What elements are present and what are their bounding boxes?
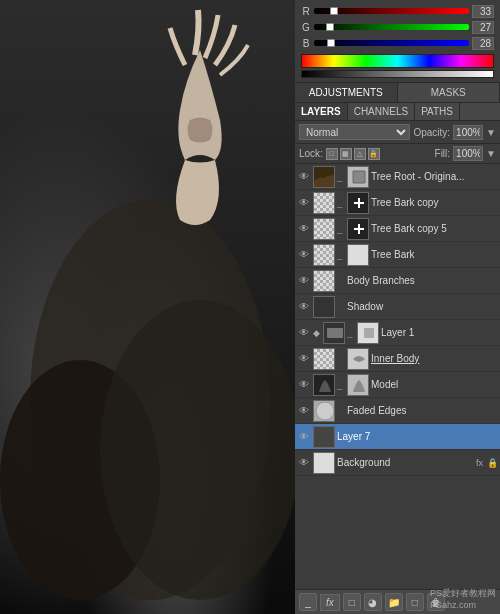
layer-mask-tree-bark-copy5 xyxy=(347,218,369,240)
new-layer-button[interactable]: □ xyxy=(406,593,424,611)
add-mask-button[interactable]: □ xyxy=(343,593,361,611)
r-value-input[interactable] xyxy=(472,5,494,18)
visibility-icon-model[interactable]: 👁 xyxy=(297,378,311,392)
g-value-input[interactable] xyxy=(472,21,494,34)
svg-rect-4 xyxy=(348,244,368,266)
g-slider-track[interactable] xyxy=(314,24,469,30)
layer-item-inner-body[interactable]: 👁 Inner Body xyxy=(295,346,500,372)
layer-item-tree-root[interactable]: 👁 ⎯ Tree Root - Origina... xyxy=(295,164,500,190)
layer-name-shadow: Shadow xyxy=(347,301,498,312)
fill-arrow[interactable]: ▼ xyxy=(486,148,496,159)
layer-thumb-tree-bark-copy xyxy=(313,192,335,214)
lock-indicator-background: 🔒 xyxy=(487,458,498,468)
visibility-icon-layer1[interactable]: 👁 xyxy=(297,326,311,340)
canvas-area xyxy=(0,0,295,614)
b-slider-track[interactable] xyxy=(314,40,469,46)
layer-thumb-shadow xyxy=(313,296,335,318)
layer-thumb-tree-bark xyxy=(313,244,335,266)
layer-thumb-inner-body xyxy=(313,348,335,370)
layer-name-tree-bark-copy5: Tree Bark copy 5 xyxy=(371,223,498,234)
blend-mode-select[interactable]: Normal Multiply Screen Overlay xyxy=(299,124,410,140)
visibility-icon-shadow[interactable]: 👁 xyxy=(297,300,311,314)
layer-item-faded-edges[interactable]: 👁 Faded Edges xyxy=(295,398,500,424)
r-label: R xyxy=(301,6,311,17)
layer-item-layer7[interactable]: 👁 Layer 7 xyxy=(295,424,500,450)
color-panel: R G B xyxy=(295,0,500,83)
g-slider-row: G xyxy=(301,20,494,34)
link-layers-button[interactable]: ⎯ xyxy=(299,593,317,611)
chain-icon-tree-bark-copy5: ⎯ xyxy=(337,224,345,234)
chain-icon-tree-bark: ⎯ xyxy=(337,250,345,260)
layer-thumb-model xyxy=(313,374,335,396)
svg-rect-15 xyxy=(314,452,334,474)
chain-icon-tree-root: ⎯ xyxy=(337,172,345,182)
channels-tab[interactable]: CHANNELS xyxy=(348,103,415,120)
new-group-button[interactable]: 📁 xyxy=(385,593,403,611)
layer-thumb-layer1 xyxy=(323,322,345,344)
fill-input[interactable] xyxy=(453,146,483,161)
layer-item-background[interactable]: 👁 Background fx 🔒 xyxy=(295,450,500,476)
layer-name-layer1: Layer 1 xyxy=(381,327,498,338)
opacity-arrow[interactable]: ▼ xyxy=(486,127,496,138)
b-value-input[interactable] xyxy=(472,37,494,50)
add-fx-button[interactable]: fx xyxy=(320,594,340,611)
svg-point-2 xyxy=(100,300,295,600)
layer-item-shadow[interactable]: 👁 Shadow xyxy=(295,294,500,320)
layer-name-faded-edges: Faded Edges xyxy=(347,405,498,416)
b-slider-row: B xyxy=(301,36,494,50)
visibility-icon-inner-body[interactable]: 👁 xyxy=(297,352,311,366)
r-slider-track[interactable] xyxy=(314,8,469,14)
lock-label: Lock: xyxy=(299,148,323,159)
layer-item-tree-bark-copy5[interactable]: 👁 ⎯ Tree Bark copy 5 xyxy=(295,216,500,242)
layer-mask-tree-bark xyxy=(347,244,369,266)
layer-thumb-tree-bark-copy5 xyxy=(313,218,335,240)
visibility-icon-body-branches[interactable]: 👁 xyxy=(297,274,311,288)
layers-channels-paths-tabs: LAYERS CHANNELS PATHS xyxy=(295,103,500,121)
new-adjustment-button[interactable]: ◕ xyxy=(364,593,382,611)
visibility-icon-tree-bark-copy[interactable]: 👁 xyxy=(297,196,311,210)
layer-name-background: Background xyxy=(337,457,474,468)
layer-thumb-background xyxy=(313,452,335,474)
g-slider-thumb[interactable] xyxy=(326,23,334,31)
lock-position-icon[interactable]: △ xyxy=(354,148,366,160)
chain-icon-tree-bark-copy: ⎯ xyxy=(337,198,345,208)
layers-panel: LAYERS CHANNELS PATHS Normal Multiply Sc… xyxy=(295,103,500,614)
layer-name-tree-bark-copy: Tree Bark copy xyxy=(371,197,498,208)
hue-gradient-bar[interactable] xyxy=(301,54,494,68)
layer-mask-tree-root xyxy=(347,166,369,188)
visibility-icon-layer7[interactable]: 👁 xyxy=(297,430,311,444)
r-slider-thumb[interactable] xyxy=(330,7,338,15)
opacity-input[interactable] xyxy=(453,125,483,140)
visibility-icon-tree-bark-copy5[interactable]: 👁 xyxy=(297,222,311,236)
visibility-icon-background[interactable]: 👁 xyxy=(297,456,311,470)
lock-image-icon[interactable]: ▦ xyxy=(340,148,352,160)
layer-item-tree-bark[interactable]: 👁 ⎯ Tree Bark xyxy=(295,242,500,268)
visibility-icon-faded-edges[interactable]: 👁 xyxy=(297,404,311,418)
lightness-gradient-bar[interactable] xyxy=(301,70,494,78)
visibility-icon-tree-root[interactable]: 👁 xyxy=(297,170,311,184)
b-slider-thumb[interactable] xyxy=(327,39,335,47)
layers-tab[interactable]: LAYERS xyxy=(295,103,348,120)
visibility-icon-tree-bark[interactable]: 👁 xyxy=(297,248,311,262)
layer-item-body-branches[interactable]: 👁 Body Branches xyxy=(295,268,500,294)
watermark: PS爱好者教程网PSahz.com xyxy=(430,587,496,610)
r-slider-row: R xyxy=(301,4,494,18)
chain-icon-layer1: ⎯ xyxy=(347,328,355,338)
lock-transparent-icon[interactable]: □ xyxy=(326,148,338,160)
layer-item-layer1[interactable]: 👁 ◆ ⎯ Layer 1 xyxy=(295,320,500,346)
layer-mask-model xyxy=(347,374,369,396)
layer-mask-layer1 xyxy=(357,322,379,344)
layer-name-tree-bark: Tree Bark xyxy=(371,249,498,260)
lock-fill-row: Lock: □ ▦ △ 🔒 Fill: ▼ xyxy=(295,144,500,164)
layer-item-tree-bark-copy[interactable]: 👁 ⎯ Tree Bark copy xyxy=(295,190,500,216)
layer-item-model[interactable]: 👁 ⎯ Model xyxy=(295,372,500,398)
masks-tab[interactable]: MASKS xyxy=(398,83,501,102)
lock-all-icon[interactable]: 🔒 xyxy=(368,148,380,160)
layer-name-model: Model xyxy=(371,379,498,390)
layer-list[interactable]: 👁 ⎯ Tree Root - Origina... 👁 xyxy=(295,164,500,589)
adjustments-tab[interactable]: ADJUSTMENTS xyxy=(295,83,398,102)
fill-label: Fill: xyxy=(435,148,451,159)
layer-mask-tree-bark-copy xyxy=(347,192,369,214)
thumb-img-tree-root xyxy=(314,166,334,188)
paths-tab[interactable]: PATHS xyxy=(415,103,460,120)
